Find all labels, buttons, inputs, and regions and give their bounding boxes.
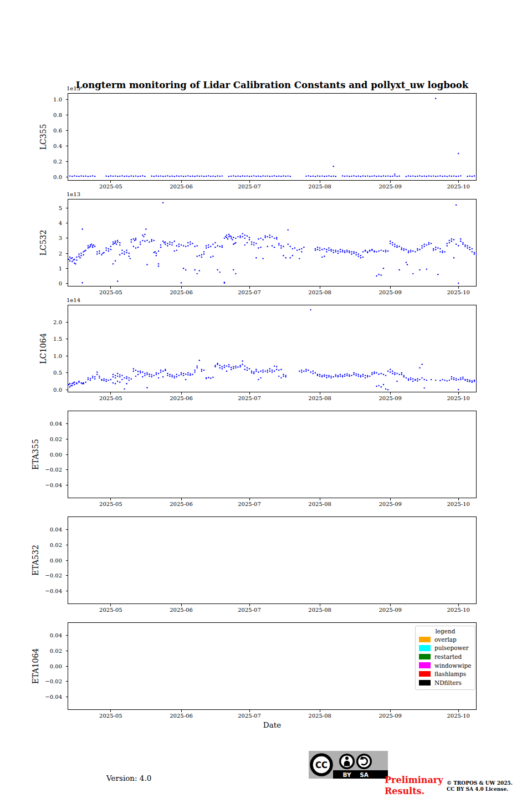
y-tick-label: 0.04 xyxy=(31,526,62,533)
by-person-icon xyxy=(340,755,354,769)
svg-text:CC: CC xyxy=(315,760,328,770)
x-tick-label: 2025-08 xyxy=(301,712,339,719)
scatter-points xyxy=(67,202,477,284)
x-tick-label: 2025-10 xyxy=(439,395,477,402)
x-tick-label: 2025-08 xyxy=(301,289,339,296)
cc-icon: CC xyxy=(311,755,331,775)
preliminary-results-note: Preliminary Results. xyxy=(385,775,443,797)
legend-item-overlap: overlap xyxy=(416,635,475,644)
x-tick-label: 2025-10 xyxy=(439,606,477,613)
legend-label: pulsepower xyxy=(434,644,469,651)
axis-offset-text: 1e14 xyxy=(66,297,80,303)
y-tick-label: 0.0 xyxy=(31,386,62,393)
axes-frame xyxy=(68,517,477,604)
x-tick-label: 2025-07 xyxy=(231,712,268,719)
x-tick-label: 2025-08 xyxy=(301,183,339,190)
copyright-line1: © TROPOS & UW 2025. xyxy=(447,780,513,786)
x-tick-label: 2025-07 xyxy=(231,500,268,508)
legend-item-NDfilters: NDfilters xyxy=(416,678,475,687)
x-tick-label: 2025-07 xyxy=(231,183,268,190)
preliminary-line2: Results. xyxy=(385,786,443,797)
page: Longterm monitoring of Lidar Calibration… xyxy=(0,0,532,798)
legend-label: flashlamps xyxy=(434,671,466,677)
y-tick-label: 4 xyxy=(31,219,62,227)
x-tick-label: 2025-09 xyxy=(371,289,409,296)
legend-item-restarted: restarted xyxy=(416,652,475,661)
figure-title: Longterm monitoring of Lidar Calibration… xyxy=(68,80,477,90)
scatter-points xyxy=(67,98,477,177)
x-tick-label: 2025-10 xyxy=(439,289,477,296)
axis-offset-text: 1e15 xyxy=(66,85,80,91)
x-tick-label: 2025-10 xyxy=(439,712,477,719)
x-axis-label: Date xyxy=(68,720,477,729)
x-tick-label: 2025-06 xyxy=(162,183,200,190)
legend: legendoverlappulsepowerrestartedwindowwi… xyxy=(415,626,475,690)
x-tick-label: 2025-06 xyxy=(162,712,200,719)
x-tick-label: 2025-06 xyxy=(162,289,200,296)
x-tick-label: 2025-05 xyxy=(92,395,130,402)
y-tick-label: 0.8 xyxy=(31,111,62,119)
x-tick-label: 2025-10 xyxy=(439,183,477,190)
eta532-plot xyxy=(63,516,479,607)
y-axis-label-lc532: LC532 xyxy=(39,230,48,256)
sa-arrow-icon xyxy=(357,755,371,769)
cc-badge-by-text: BY xyxy=(342,771,351,778)
lc532-plot xyxy=(63,199,479,290)
x-tick-label: 2025-07 xyxy=(231,395,268,402)
y-tick-label: 1 xyxy=(31,265,62,272)
legend-swatch-restarted xyxy=(419,654,431,660)
x-tick-label: 2025-10 xyxy=(439,500,477,508)
legend-label: windowwipe xyxy=(434,662,471,669)
y-axis-label-lc355: LC355 xyxy=(39,124,48,150)
x-tick-label: 2025-05 xyxy=(92,183,130,190)
x-tick-label: 2025-09 xyxy=(371,183,409,190)
y-axis-label-eta532: ETA532 xyxy=(31,545,40,576)
y-tick-label: 0.04 xyxy=(31,632,62,639)
x-tick-label: 2025-09 xyxy=(371,395,409,402)
y-tick-label: 0.0 xyxy=(31,173,62,181)
legend-title: legend xyxy=(416,628,475,635)
x-tick-label: 2025-05 xyxy=(92,500,130,508)
x-tick-label: 2025-09 xyxy=(371,500,409,508)
axes-frame xyxy=(68,200,477,287)
eta355-plot xyxy=(63,411,479,502)
cc-badge-sa-text: SA xyxy=(360,771,369,778)
axis-offset-text: 1e13 xyxy=(66,191,80,197)
y-axis-label-eta1064: ETA1064 xyxy=(31,648,40,684)
y-axis-label-lc1064: LC1064 xyxy=(39,333,48,364)
y-tick-label: −0.04 xyxy=(31,587,62,595)
x-tick-label: 2025-09 xyxy=(371,712,409,719)
lc355-plot xyxy=(63,93,479,184)
x-tick-label: 2025-08 xyxy=(301,606,339,613)
copyright-line2: CC BY SA 4.0 License. xyxy=(447,786,513,792)
legend-label: restarted xyxy=(434,653,462,660)
x-tick-label: 2025-08 xyxy=(301,395,339,402)
x-tick-label: 2025-08 xyxy=(301,500,339,508)
legend-item-pulsepower: pulsepower xyxy=(416,644,475,653)
version-text: Version: 4.0 xyxy=(106,774,151,782)
x-tick-label: 2025-05 xyxy=(92,606,130,613)
y-tick-label: −0.04 xyxy=(31,482,62,489)
legend-item-windowwipe: windowwipe xyxy=(416,661,475,670)
x-tick-label: 2025-09 xyxy=(371,606,409,613)
legend-label: overlap xyxy=(434,636,457,643)
lidar-calibration-figure: Longterm monitoring of Lidar Calibration… xyxy=(0,0,532,798)
y-tick-label: 5 xyxy=(31,204,62,212)
x-tick-label: 2025-07 xyxy=(231,606,268,613)
x-tick-label: 2025-06 xyxy=(162,606,200,613)
legend-swatch-overlap xyxy=(419,637,431,643)
lc1064-plot xyxy=(63,305,479,396)
axes-frame xyxy=(68,94,477,181)
legend-label: NDfilters xyxy=(434,679,462,686)
legend-swatch-flashlamps xyxy=(419,671,431,677)
x-tick-label: 2025-07 xyxy=(231,289,268,296)
cc-by-sa-badge: CC BY SA xyxy=(309,751,388,779)
x-tick-label: 2025-06 xyxy=(162,500,200,508)
y-tick-label: 0.5 xyxy=(31,369,62,376)
y-tick-label: 2.0 xyxy=(31,319,62,326)
legend-swatch-pulsepower xyxy=(419,645,431,651)
preliminary-line1: Preliminary xyxy=(385,775,443,786)
x-tick-label: 2025-06 xyxy=(162,395,200,402)
y-axis-label-eta355: ETA355 xyxy=(31,439,40,470)
legend-swatch-windowwipe xyxy=(419,662,431,668)
